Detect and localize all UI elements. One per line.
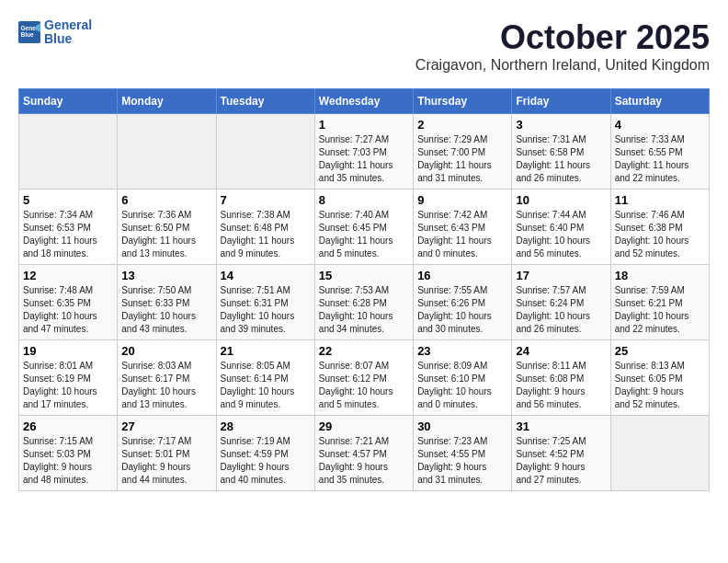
location-subtitle: Craigavon, Northern Ireland, United King… [415,57,710,74]
calendar-cell: 31Sunrise: 7:25 AM Sunset: 4:52 PM Dayli… [512,416,610,491]
calendar-cell: 10Sunrise: 7:44 AM Sunset: 6:40 PM Dayli… [512,190,610,265]
day-details: Sunrise: 8:13 AM Sunset: 6:05 PM Dayligh… [615,360,705,411]
calendar-cell: 6Sunrise: 7:36 AM Sunset: 6:50 PM Daylig… [118,190,216,265]
day-number: 22 [319,344,409,358]
calendar-cell: 16Sunrise: 7:55 AM Sunset: 6:26 PM Dayli… [414,265,512,340]
day-details: Sunrise: 7:40 AM Sunset: 6:45 PM Dayligh… [319,209,409,260]
day-number: 16 [417,269,507,282]
day-number: 9 [417,193,507,207]
day-number: 7 [221,193,311,207]
calendar-cell [118,114,216,190]
day-details: Sunrise: 7:36 AM Sunset: 6:50 PM Dayligh… [121,209,211,260]
day-details: Sunrise: 8:07 AM Sunset: 6:12 PM Dayligh… [319,360,409,411]
calendar-cell: 2Sunrise: 7:29 AM Sunset: 7:00 PM Daylig… [414,114,512,190]
day-details: Sunrise: 7:19 AM Sunset: 4:59 PM Dayligh… [221,435,311,487]
calendar-cell: 4Sunrise: 7:33 AM Sunset: 6:55 PM Daylig… [610,114,709,190]
day-details: Sunrise: 7:21 AM Sunset: 4:57 PM Dayligh… [319,435,409,487]
calendar-cell: 8Sunrise: 7:40 AM Sunset: 6:45 PM Daylig… [314,190,413,265]
day-details: Sunrise: 7:46 AM Sunset: 6:38 PM Dayligh… [615,209,705,260]
day-details: Sunrise: 7:34 AM Sunset: 6:53 PM Dayligh… [23,209,113,260]
day-number: 31 [516,419,606,433]
calendar-cell: 24Sunrise: 8:11 AM Sunset: 6:08 PM Dayli… [512,340,610,416]
day-header-sunday: Sunday [19,89,118,114]
logo-line2: Blue [44,32,92,46]
day-number: 14 [221,269,311,282]
day-details: Sunrise: 7:59 AM Sunset: 6:21 PM Dayligh… [615,284,705,336]
day-number: 10 [516,193,606,207]
calendar-cell [610,416,709,491]
day-header-wednesday: Wednesday [314,89,413,114]
day-number: 6 [121,193,211,207]
day-header-friday: Friday [512,89,610,114]
calendar-cell: 27Sunrise: 7:17 AM Sunset: 5:01 PM Dayli… [118,416,216,491]
calendar-cell: 15Sunrise: 7:53 AM Sunset: 6:28 PM Dayli… [314,265,413,340]
day-details: Sunrise: 7:51 AM Sunset: 6:31 PM Dayligh… [221,284,311,336]
day-number: 5 [23,193,113,207]
day-header-monday: Monday [118,89,216,114]
day-details: Sunrise: 7:33 AM Sunset: 6:55 PM Dayligh… [615,133,705,185]
day-number: 4 [615,118,705,132]
calendar-cell [216,114,314,190]
day-details: Sunrise: 7:44 AM Sunset: 6:40 PM Dayligh… [516,209,606,260]
day-header-tuesday: Tuesday [216,89,314,114]
day-details: Sunrise: 7:25 AM Sunset: 4:52 PM Dayligh… [516,435,606,487]
calendar-cell: 7Sunrise: 7:38 AM Sunset: 6:48 PM Daylig… [216,190,314,265]
calendar-cell: 12Sunrise: 7:48 AM Sunset: 6:35 PM Dayli… [19,265,118,340]
day-number: 27 [121,419,211,433]
day-number: 13 [121,269,211,282]
calendar-cell: 22Sunrise: 8:07 AM Sunset: 6:12 PM Dayli… [314,340,413,416]
day-number: 3 [516,118,606,132]
day-number: 30 [417,419,507,433]
day-details: Sunrise: 7:17 AM Sunset: 5:01 PM Dayligh… [121,435,211,487]
logo-line1: General [44,18,92,32]
calendar-cell: 26Sunrise: 7:15 AM Sunset: 5:03 PM Dayli… [19,416,118,491]
calendar-cell: 19Sunrise: 8:01 AM Sunset: 6:19 PM Dayli… [19,340,118,416]
day-header-saturday: Saturday [610,89,709,114]
day-number: 24 [516,344,606,358]
calendar-cell: 9Sunrise: 7:42 AM Sunset: 6:43 PM Daylig… [414,190,512,265]
calendar-table: SundayMondayTuesdayWednesdayThursdayFrid… [18,88,710,491]
calendar-cell: 29Sunrise: 7:21 AM Sunset: 4:57 PM Dayli… [314,416,413,491]
day-details: Sunrise: 7:38 AM Sunset: 6:48 PM Dayligh… [221,209,311,260]
calendar-cell: 17Sunrise: 7:57 AM Sunset: 6:24 PM Dayli… [512,265,610,340]
day-details: Sunrise: 8:09 AM Sunset: 6:10 PM Dayligh… [417,360,507,411]
logo-icon: General Blue [18,21,40,43]
day-details: Sunrise: 7:55 AM Sunset: 6:26 PM Dayligh… [417,284,507,336]
day-details: Sunrise: 7:23 AM Sunset: 4:55 PM Dayligh… [417,435,507,487]
calendar-cell [19,114,118,190]
day-header-thursday: Thursday [414,89,512,114]
calendar-cell: 21Sunrise: 8:05 AM Sunset: 6:14 PM Dayli… [216,340,314,416]
day-number: 18 [615,269,705,282]
day-details: Sunrise: 8:01 AM Sunset: 6:19 PM Dayligh… [23,360,113,411]
day-number: 1 [319,118,409,132]
day-number: 21 [221,344,311,358]
logo: General Blue General Blue [18,18,92,47]
day-details: Sunrise: 7:29 AM Sunset: 7:00 PM Dayligh… [417,133,507,185]
day-details: Sunrise: 7:27 AM Sunset: 7:03 PM Dayligh… [319,133,409,185]
day-number: 25 [615,344,705,358]
day-details: Sunrise: 7:42 AM Sunset: 6:43 PM Dayligh… [417,209,507,260]
day-details: Sunrise: 7:53 AM Sunset: 6:28 PM Dayligh… [319,284,409,336]
day-number: 28 [221,419,311,433]
calendar-cell: 13Sunrise: 7:50 AM Sunset: 6:33 PM Dayli… [118,265,216,340]
day-details: Sunrise: 8:03 AM Sunset: 6:17 PM Dayligh… [121,360,211,411]
day-number: 12 [23,269,113,282]
day-number: 2 [417,118,507,132]
day-number: 15 [319,269,409,282]
day-number: 20 [121,344,211,358]
calendar-cell: 25Sunrise: 8:13 AM Sunset: 6:05 PM Dayli… [610,340,709,416]
calendar-cell: 28Sunrise: 7:19 AM Sunset: 4:59 PM Dayli… [216,416,314,491]
calendar-cell: 5Sunrise: 7:34 AM Sunset: 6:53 PM Daylig… [19,190,118,265]
day-number: 11 [615,193,705,207]
calendar-cell: 23Sunrise: 8:09 AM Sunset: 6:10 PM Dayli… [414,340,512,416]
svg-text:Blue: Blue [20,31,34,38]
day-number: 8 [319,193,409,207]
calendar-cell: 3Sunrise: 7:31 AM Sunset: 6:58 PM Daylig… [512,114,610,190]
day-details: Sunrise: 8:05 AM Sunset: 6:14 PM Dayligh… [221,360,311,411]
day-number: 29 [319,419,409,433]
calendar-cell: 1Sunrise: 7:27 AM Sunset: 7:03 PM Daylig… [314,114,413,190]
day-details: Sunrise: 7:31 AM Sunset: 6:58 PM Dayligh… [516,133,606,185]
calendar-cell: 14Sunrise: 7:51 AM Sunset: 6:31 PM Dayli… [216,265,314,340]
calendar-cell: 18Sunrise: 7:59 AM Sunset: 6:21 PM Dayli… [610,265,709,340]
calendar-cell: 20Sunrise: 8:03 AM Sunset: 6:17 PM Dayli… [118,340,216,416]
